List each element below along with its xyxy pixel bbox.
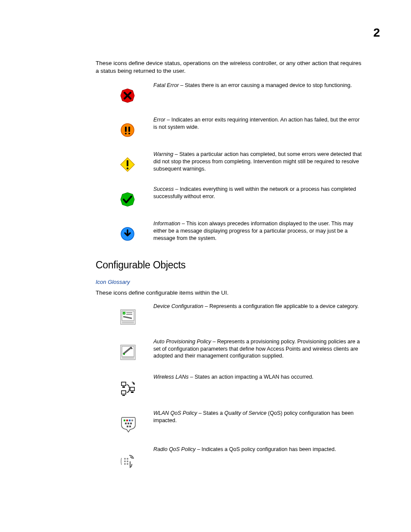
- svg-rect-18: [122, 346, 134, 357]
- section-title: Configurable Objects: [96, 259, 364, 271]
- svg-rect-7: [127, 160, 128, 166]
- svg-point-37: [124, 458, 126, 460]
- svg-rect-32: [125, 423, 127, 424]
- radio-qos-policy-desc: Radio QoS Policy – Indicates a QoS polic…: [153, 446, 364, 453]
- svg-rect-23: [122, 386, 125, 388]
- svg-point-20: [123, 353, 125, 355]
- svg-point-40: [127, 458, 128, 460]
- svg-rect-31: [131, 420, 133, 421]
- svg-point-39: [124, 463, 126, 465]
- wlan-qos-policy-icon: [96, 410, 153, 433]
- error-icon: [96, 116, 153, 138]
- svg-point-42: [127, 463, 128, 465]
- device-configuration-desc: Device Configuration – Represents a conf…: [153, 303, 364, 310]
- sub-intro-text: These icons define configurable items wi…: [96, 289, 364, 296]
- svg-rect-26: [130, 387, 134, 391]
- information-desc: Information – This icon always precedes …: [153, 220, 364, 242]
- svg-rect-16: [122, 321, 134, 324]
- icon-glossary-link[interactable]: Icon Glossary: [96, 279, 364, 285]
- status-row-error: Error – Indicates an error exits requiri…: [96, 116, 364, 138]
- device-configuration-icon: [96, 303, 153, 325]
- config-row-wireless-lans: Wireless LANs – States an action impacti…: [96, 373, 364, 397]
- information-icon: [96, 220, 153, 242]
- warning-desc: Warning – States a particular action has…: [153, 151, 364, 173]
- svg-rect-3: [128, 127, 130, 132]
- svg-rect-27: [131, 392, 134, 393]
- config-row-wlan-qos: WLAN QoS Policy – States a Quality of Se…: [96, 410, 364, 433]
- radio-qos-policy-icon: [96, 446, 153, 469]
- status-row-success: Success – Indicates everything is well w…: [96, 186, 364, 207]
- svg-rect-36: [129, 426, 131, 427]
- auto-provisioning-policy-desc: Auto Provisioning Policy – Represents a …: [153, 338, 364, 360]
- config-row-auto-provisioning: Auto Provisioning Policy – Represents a …: [96, 338, 364, 361]
- svg-point-38: [124, 460, 126, 462]
- auto-provisioning-policy-icon: [96, 338, 153, 361]
- svg-rect-21: [122, 357, 134, 359]
- wireless-lans-icon: [96, 373, 153, 397]
- status-row-fatal-error: Fatal Error – States there is an error c…: [96, 82, 364, 103]
- svg-marker-9: [121, 193, 134, 206]
- status-row-warning: Warning – States a particular action has…: [96, 151, 364, 173]
- page-number: 2: [373, 26, 380, 40]
- error-desc: Error – Indicates an error exits requiri…: [153, 116, 364, 131]
- success-icon: [96, 186, 153, 207]
- svg-point-1: [121, 124, 134, 137]
- svg-rect-33: [128, 423, 129, 424]
- svg-rect-14: [126, 312, 132, 313]
- config-row-device-configuration: Device Configuration – Represents a conf…: [96, 303, 364, 325]
- svg-point-8: [127, 168, 128, 169]
- status-row-information: Information – This icon always precedes …: [96, 220, 364, 242]
- fatal-error-desc: Fatal Error – States there is an error c…: [153, 82, 364, 89]
- svg-rect-15: [126, 314, 132, 315]
- svg-rect-29: [126, 420, 128, 421]
- svg-rect-30: [129, 420, 131, 421]
- success-desc: Success – Indicates everything is well w…: [153, 186, 364, 200]
- page-content: These icons define device status, operat…: [96, 59, 364, 482]
- svg-rect-2: [125, 127, 127, 132]
- warning-icon: [96, 151, 153, 172]
- svg-rect-28: [124, 420, 125, 421]
- svg-point-5: [128, 133, 130, 134]
- wlan-qos-policy-desc: WLAN QoS Policy – States a Quality of Se…: [153, 410, 364, 424]
- svg-rect-24: [121, 391, 126, 394]
- svg-rect-22: [121, 382, 126, 386]
- svg-point-41: [127, 460, 128, 462]
- svg-rect-25: [122, 395, 125, 396]
- svg-rect-35: [127, 426, 128, 427]
- fatal-error-icon: [96, 82, 153, 103]
- svg-point-4: [125, 133, 127, 134]
- svg-rect-34: [130, 423, 132, 424]
- wireless-lans-desc: Wireless LANs – States an action impacti…: [153, 373, 364, 381]
- config-row-radio-qos: Radio QoS Policy – Indicates a QoS polic…: [96, 446, 364, 469]
- intro-text: These icons define device status, operat…: [96, 59, 364, 75]
